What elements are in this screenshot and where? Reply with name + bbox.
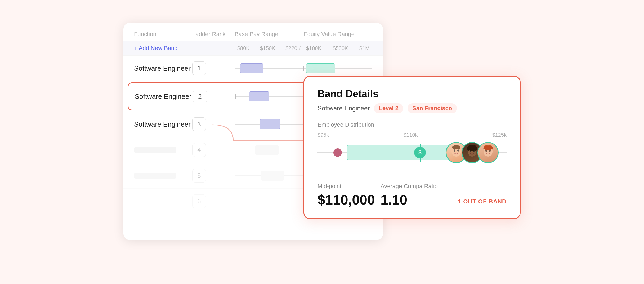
- row-rank: 5: [192, 169, 235, 183]
- equity-bar: [303, 63, 372, 74]
- base-pay-scale: $80K $150K $220K: [235, 45, 303, 51]
- row-rank: 4: [192, 143, 235, 157]
- svg-point-8: [467, 147, 471, 151]
- svg-point-3: [452, 145, 460, 149]
- row-name-faded: [134, 173, 176, 179]
- band-subtitle: Software Engineer Level 2 San Francisco: [317, 103, 507, 113]
- row-name: Software Engineer: [135, 92, 193, 101]
- base-pay-bar: [235, 63, 303, 74]
- band-details-title: Band Details: [317, 88, 507, 100]
- row-name: Software Engineer: [134, 64, 192, 73]
- midpoint-block: Mid-point $110,000: [317, 183, 381, 208]
- rank-badge: 2: [193, 90, 207, 103]
- dist-track: 3: [317, 141, 507, 165]
- svg-point-2: [457, 149, 459, 152]
- dist-min: $95k: [317, 132, 329, 138]
- base-pay-bar: [235, 91, 303, 102]
- out-of-band-dot: [333, 148, 342, 157]
- midpoint-value: $110,000: [317, 192, 381, 208]
- add-band-button[interactable]: + Add New Band: [134, 45, 192, 52]
- level-badge: Level 2: [374, 103, 403, 113]
- distribution-label: Employee Distribution: [317, 121, 507, 128]
- base-pay-bar: [235, 170, 303, 181]
- out-of-band-label: 1 OUT OF BAND: [444, 198, 507, 208]
- avatar: [477, 142, 499, 163]
- svg-point-9: [474, 147, 477, 151]
- rank-badge: 1: [192, 61, 206, 75]
- row-rank: 2: [193, 90, 235, 103]
- midpoint-label: Mid-point: [317, 183, 381, 190]
- row-rank: 6: [192, 194, 235, 208]
- equity-scale: $100K $500K $1M: [303, 45, 372, 51]
- avatars-group: [446, 142, 499, 163]
- base-pay-bar: [235, 144, 303, 156]
- col-base-pay: Base Pay Range: [235, 31, 303, 38]
- add-band-row: + Add New Band $80K $150K $220K $100K $5…: [123, 41, 383, 56]
- row-rank: 3: [192, 117, 235, 131]
- row-rank: 1: [192, 61, 235, 75]
- band-details-card: Band Details Software Engineer Level 2 S…: [303, 76, 521, 219]
- stats-row: Mid-point $110,000 Average Compa Ratio 1…: [317, 183, 507, 208]
- col-equity: Equity Value Range: [303, 31, 372, 38]
- row-name-faded: [134, 147, 176, 153]
- band-role: Software Engineer: [317, 105, 370, 112]
- rank-badge: 4: [192, 143, 206, 157]
- avatar-face-icon: [466, 145, 479, 161]
- rank-badge: 3: [192, 117, 206, 131]
- dist-mid: $110k: [403, 132, 418, 138]
- avatar-face-icon: [450, 145, 463, 161]
- avatar-face-icon: [481, 145, 495, 161]
- rank-badge: 6: [192, 194, 206, 208]
- row-name: Software Engineer: [134, 120, 192, 128]
- dist-count-badge: 3: [414, 147, 426, 158]
- base-pay-bar: [235, 118, 303, 130]
- svg-point-10: [470, 145, 474, 149]
- distribution-chart: $95k $110k $125k 3: [317, 132, 507, 165]
- city-badge: San Francisco: [408, 103, 457, 113]
- compa-block: Average Compa Ratio 1.10: [381, 183, 444, 208]
- compa-label: Average Compa Ratio: [381, 183, 444, 190]
- svg-point-1: [454, 149, 455, 152]
- table-header: Function Ladder Rank Base Pay Range Equi…: [123, 23, 383, 41]
- dist-scale: $95k $110k $125k: [317, 132, 507, 138]
- col-function: Function: [134, 31, 192, 38]
- stats-divider: Mid-point $110,000 Average Compa Ratio 1…: [317, 174, 507, 208]
- col-ladder-rank: Ladder Rank: [192, 31, 235, 38]
- compa-value: 1.10: [381, 192, 444, 208]
- dist-max: $125k: [492, 132, 507, 138]
- rank-badge: 5: [192, 169, 206, 183]
